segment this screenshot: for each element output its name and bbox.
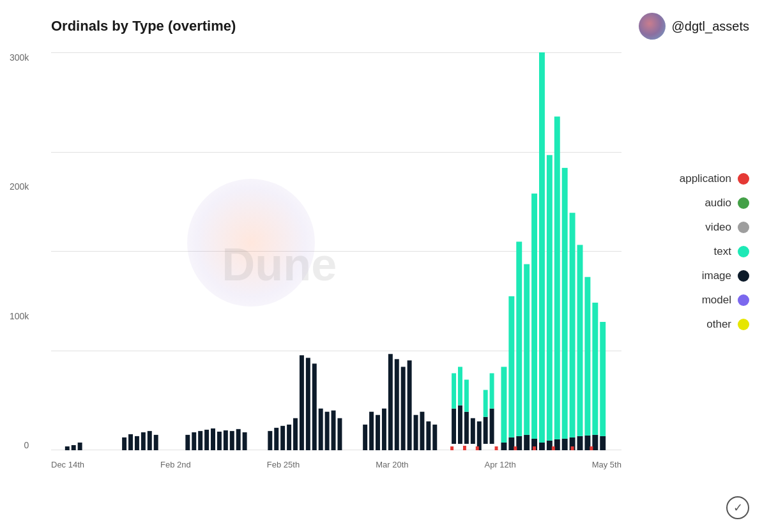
svg-rect-68 (547, 155, 552, 441)
svg-rect-44 (452, 373, 456, 408)
legend-item-video: video (634, 221, 749, 234)
svg-rect-40 (420, 412, 424, 450)
legend-item-image: image (634, 270, 749, 282)
svg-rect-79 (592, 435, 598, 450)
svg-rect-13 (211, 429, 215, 450)
svg-rect-19 (268, 431, 272, 450)
x-axis-labels: Dec 14th Feb 2nd Feb 25th Mar 20th Apr 1… (51, 453, 621, 476)
legend-dot-text (738, 246, 749, 257)
svg-rect-28 (325, 412, 330, 450)
svg-rect-81 (600, 436, 606, 450)
svg-rect-87 (514, 446, 517, 450)
chart-container: Ordinals by Type (overtime) @dgtl_assets… (0, 0, 762, 532)
legend-item-other: other (634, 318, 749, 331)
svg-rect-11 (198, 431, 202, 450)
svg-rect-83 (450, 446, 453, 450)
legend-item-application: application (634, 172, 749, 185)
svg-rect-16 (230, 431, 234, 450)
svg-rect-27 (319, 409, 323, 450)
svg-rect-53 (490, 409, 494, 444)
svg-rect-78 (584, 277, 590, 436)
svg-rect-31 (363, 425, 367, 450)
attribution: @dgtl_assets (639, 13, 749, 40)
svg-rect-4 (128, 434, 133, 450)
svg-rect-67 (547, 441, 552, 450)
legend-item-text: text (634, 245, 749, 258)
chart-header: Ordinals by Type (overtime) @dgtl_assets (51, 13, 749, 40)
svg-rect-84 (463, 446, 466, 450)
legend-item-model: model (634, 294, 749, 307)
svg-rect-29 (331, 411, 336, 450)
svg-rect-18 (243, 432, 247, 450)
svg-rect-5 (135, 436, 139, 450)
svg-rect-59 (516, 436, 522, 450)
svg-rect-74 (570, 213, 575, 437)
legend-label-audio: audio (705, 197, 731, 209)
x-label-feb25: Feb 25th (267, 460, 300, 469)
svg-rect-55 (501, 443, 507, 450)
svg-rect-76 (577, 245, 583, 436)
svg-rect-10 (192, 432, 196, 450)
svg-rect-47 (464, 412, 469, 444)
svg-rect-51 (484, 417, 488, 444)
svg-rect-9 (185, 435, 190, 450)
chart-left: 300k 200k 100k 0 Dune (51, 52, 621, 476)
x-label-dec14: Dec 14th (51, 460, 84, 469)
svg-rect-2 (78, 443, 82, 450)
svg-rect-50 (477, 422, 482, 450)
checkmark-badge: ✓ (726, 496, 749, 519)
avatar (639, 13, 666, 40)
svg-rect-82 (600, 322, 606, 436)
y-axis-labels: 300k 200k 100k 0 (10, 52, 29, 450)
svg-rect-0 (65, 446, 70, 450)
svg-rect-62 (524, 264, 530, 435)
y-label-200k: 200k (10, 181, 29, 192)
svg-rect-26 (312, 363, 317, 450)
svg-rect-14 (217, 432, 222, 450)
svg-rect-72 (562, 168, 568, 439)
svg-rect-25 (306, 358, 310, 450)
legend-dot-audio (738, 197, 749, 209)
svg-rect-41 (426, 422, 431, 450)
svg-rect-86 (495, 446, 498, 450)
svg-rect-22 (287, 425, 291, 450)
svg-rect-70 (554, 116, 560, 439)
svg-rect-52 (484, 390, 488, 417)
svg-rect-65 (539, 443, 545, 450)
svg-rect-32 (369, 412, 374, 450)
legend: application audio video text image model (621, 52, 749, 476)
svg-rect-42 (432, 425, 437, 450)
svg-rect-49 (471, 418, 475, 444)
svg-rect-36 (395, 359, 399, 450)
legend-label-image: image (702, 270, 731, 282)
bars-svg (51, 52, 621, 450)
svg-rect-17 (236, 429, 241, 450)
legend-label-model: model (702, 294, 731, 307)
svg-rect-58 (508, 296, 514, 437)
svg-rect-64 (531, 194, 537, 439)
legend-dot-other (738, 319, 749, 330)
svg-rect-80 (592, 303, 598, 435)
svg-rect-69 (554, 439, 560, 450)
svg-rect-34 (382, 409, 386, 450)
svg-rect-39 (414, 415, 418, 450)
svg-rect-20 (274, 428, 278, 450)
legend-label-application: application (680, 172, 731, 185)
svg-rect-48 (464, 379, 469, 411)
svg-rect-90 (571, 446, 574, 450)
svg-rect-33 (376, 415, 380, 450)
svg-rect-30 (337, 418, 342, 450)
chart-area: 300k 200k 100k 0 Dune (51, 52, 749, 476)
svg-rect-71 (562, 439, 568, 450)
legend-dot-video (738, 222, 749, 233)
legend-item-audio: audio (634, 197, 749, 209)
svg-rect-61 (524, 435, 530, 450)
legend-dot-application (738, 173, 749, 185)
svg-rect-8 (154, 435, 158, 450)
svg-rect-3 (122, 437, 126, 450)
svg-rect-66 (539, 52, 545, 443)
svg-rect-38 (408, 360, 412, 450)
svg-rect-21 (280, 426, 285, 450)
svg-rect-45 (458, 406, 462, 444)
svg-rect-60 (516, 241, 522, 436)
